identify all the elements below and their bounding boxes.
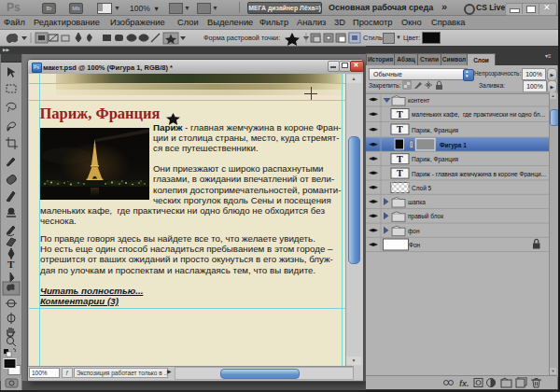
svg-text:T: T bbox=[397, 154, 403, 164]
svg-text:T: T bbox=[7, 259, 15, 270]
svg-text:T: T bbox=[397, 168, 403, 178]
svg-text:T: T bbox=[397, 109, 403, 119]
svg-text:fx.: fx. bbox=[459, 379, 469, 388]
svg-text:T: T bbox=[397, 124, 403, 134]
